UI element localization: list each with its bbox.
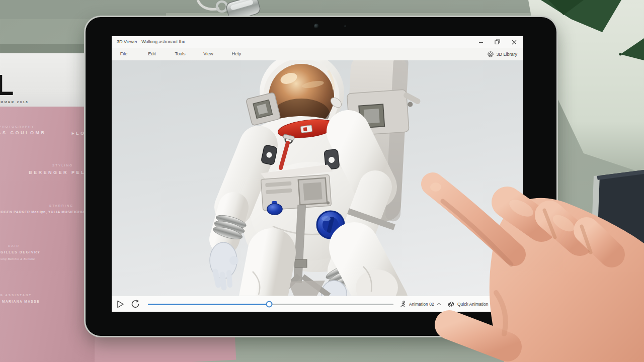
animation-icon [399,301,407,308]
slider-fill [148,304,269,305]
menu-item-view[interactable]: View [200,48,216,60]
credit-hair-role: HAIR [8,244,20,247]
play-button[interactable] [116,300,125,309]
chevron-up-icon [437,303,441,306]
magazine-logo: L [0,70,13,100]
scene: L SUMMER 2018 PHOTOGRAPHY AS COULOMB FLO… [0,0,644,362]
minimize-button[interactable] [472,36,489,48]
menubar: File Edit Tools View Help 3D Library [112,48,523,61]
titlebar[interactable]: 3D Viewer - Walking astronaut.fbx [112,36,523,48]
repeat-button[interactable] [131,300,140,309]
minimize-icon [478,40,484,45]
credit-starring-names: MOGEN PARKER Marilyn, YULIA MUSIEICHUCK … [0,210,95,214]
credit-hair-extra: using Bumble & Bumble [0,257,35,260]
restore-icon [495,39,500,45]
quick-animation-icon [448,301,455,308]
close-icon [512,40,517,45]
light-sensor-icon [344,25,346,27]
viewport-3d[interactable] [112,60,523,296]
magazine-pink-page: PHOTOGRAPHY AS COULOMB FLO STYLING BEREN… [0,107,95,362]
magazine-edition: SUMMER 2018 [0,101,29,104]
credit-photography-extra: FLO [71,131,86,136]
cube-icon [488,51,494,57]
chevron-up-icon [491,303,495,306]
credit-photography-name: AS COULOMB [0,130,46,135]
play-icon [116,300,125,309]
slider-thumb[interactable] [266,301,273,308]
animation-select[interactable]: Animation 02 [399,296,441,312]
magazine-cover: L SUMMER 2018 [0,53,95,107]
credit-styling-name: BERENGER PEL [29,170,86,175]
animation-label: Animation 02 [409,302,434,307]
timeline-slider[interactable] [148,296,393,312]
credit-assistant-name: MARIANA MASSE [2,300,40,303]
menu-item-tools[interactable]: Tools [172,48,188,60]
front-camera-icon [314,24,319,29]
credit-styling-role: STYLING [52,164,73,167]
quick-animation-select[interactable]: Quick Animation [448,296,495,312]
playback-bar: Animation 02 Quick Animation [112,296,523,312]
app-window: 3D Viewer - Walking astronaut.fbx [112,36,523,312]
notebook [587,170,644,362]
restore-button[interactable] [489,36,506,48]
3d-library-button[interactable]: 3D Library [486,48,519,60]
credit-starring-role: STARRING [49,204,73,207]
menu-item-help[interactable]: Help [228,48,245,60]
credit-assistant-role: STYLING ASSISTANT [0,294,32,297]
credit-hair-name: GILLES DEGIVRY [1,250,40,254]
menu-item-edit[interactable]: Edit [144,48,160,60]
astronaut-model [112,60,523,296]
tablet-device: 3D Viewer - Walking astronaut.fbx [86,17,556,336]
quick-animation-label: Quick Animation [457,302,488,307]
3d-library-label: 3D Library [496,52,517,57]
credit-photography-role: PHOTOGRAPHY [0,125,35,128]
menu-item-file[interactable]: File [116,48,132,60]
close-button[interactable] [506,36,522,48]
repeat-icon [131,300,140,309]
window-title: 3D Viewer - Walking astronaut.fbx [117,36,185,48]
